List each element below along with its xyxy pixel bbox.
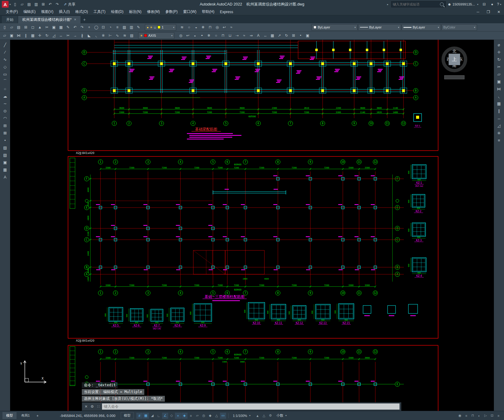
move-to-layer-icon[interactable]: ⇒ bbox=[248, 32, 255, 39]
menu-item[interactable]: Express bbox=[217, 9, 236, 15]
new-icon[interactable]: ▯ bbox=[1, 24, 8, 30]
blend-icon[interactable]: ∿ bbox=[114, 32, 121, 39]
compass-up-face[interactable]: 上 bbox=[449, 54, 460, 65]
color-combo[interactable]: ByLayer ▾ bbox=[312, 24, 358, 31]
join-icon[interactable]: ⊢ bbox=[107, 32, 114, 39]
save-icon[interactable]: ▤ bbox=[26, 1, 32, 7]
offset-icon[interactable]: ∥ bbox=[22, 32, 29, 39]
layer-isolate-icon[interactable]: ◒ bbox=[193, 24, 199, 30]
gradient-icon[interactable]: ▧ bbox=[2, 152, 9, 158]
dimension-style-icon[interactable]: ↔ bbox=[262, 32, 269, 39]
search-expand-icon[interactable]: ▸ bbox=[387, 3, 388, 6]
share-button[interactable]: ⇗ 共享 bbox=[64, 2, 75, 7]
make-object-layer-current-icon[interactable]: ◎ bbox=[214, 24, 221, 30]
plot-icon[interactable]: ⊞ bbox=[40, 1, 47, 7]
zoom-window-icon[interactable]: ⊡ bbox=[100, 24, 107, 30]
update-fields-icon[interactable]: ↻ bbox=[283, 32, 290, 39]
break-icon[interactable]: ∦ bbox=[79, 32, 85, 39]
linetype-combo[interactable]: ByLayer ▾ bbox=[358, 24, 401, 31]
menu-item[interactable]: 文件(F) bbox=[3, 9, 21, 15]
dynamic-input-icon[interactable]: ▭ bbox=[220, 413, 226, 419]
redo-icon[interactable]: ↷ bbox=[79, 24, 85, 30]
line-icon[interactable]: ╱ bbox=[2, 41, 9, 48]
menu-item[interactable]: 插入(I) bbox=[56, 9, 72, 15]
isolate-objects-icon[interactable]: ◐ bbox=[476, 413, 482, 419]
paste-icon[interactable]: ▦ bbox=[58, 24, 64, 30]
explode-icon[interactable]: ※ bbox=[100, 32, 107, 39]
layer-lock-icon[interactable]: ⊓ bbox=[207, 24, 214, 30]
menu-item[interactable]: 参数(P) bbox=[163, 9, 180, 15]
layout1-tab[interactable]: 布局1 bbox=[17, 412, 33, 419]
polygon-icon[interactable]: ◇ bbox=[2, 63, 9, 70]
redo-icon[interactable]: ↷ bbox=[54, 1, 61, 7]
array-icon[interactable]: ▦ bbox=[495, 100, 503, 107]
ellipse-icon[interactable]: ⊙ bbox=[2, 107, 9, 114]
search-input[interactable] bbox=[393, 2, 440, 6]
app-menu-caret-icon[interactable]: ▾ bbox=[9, 3, 11, 6]
layer-freeze-icon[interactable]: ❄ bbox=[206, 32, 212, 39]
tool-palettes-icon[interactable]: ▥ bbox=[128, 24, 135, 30]
help-button[interactable]: ?▾ bbox=[497, 2, 502, 6]
ortho-icon[interactable]: ∟ bbox=[156, 413, 162, 419]
layer-unlock-icon[interactable]: ⊔ bbox=[227, 32, 233, 39]
table-style-icon[interactable]: ▦ bbox=[269, 32, 276, 39]
layer-off-icon[interactable]: ○ bbox=[213, 32, 219, 39]
drawing-canvas[interactable]: DDCCBBAA36003000360036003600230026102200… bbox=[10, 40, 494, 411]
scale-icon[interactable]: ◿ bbox=[51, 32, 57, 39]
design-center-icon[interactable]: ▨ bbox=[121, 24, 128, 30]
menu-item[interactable]: 视图(V) bbox=[38, 9, 56, 15]
make-object-layer-current-icon[interactable]: ◎ bbox=[177, 32, 184, 39]
new-tab-button[interactable]: + bbox=[81, 16, 88, 23]
lock-ui-icon[interactable]: ⊓ bbox=[470, 413, 476, 419]
spline-icon[interactable]: ∼ bbox=[2, 100, 9, 107]
minimize-button[interactable]: ─ bbox=[473, 9, 483, 15]
tab-document[interactable]: 杭州某调度综合楼结构设计图* × bbox=[18, 16, 81, 23]
menu-item[interactable]: 标注(N) bbox=[126, 9, 144, 15]
move-icon[interactable]: ✛ bbox=[36, 32, 43, 39]
layer-match-icon[interactable]: ≈ bbox=[228, 24, 235, 30]
save-as-icon[interactable]: ▥ bbox=[33, 1, 40, 7]
infer-constraints-icon[interactable]: ◢ bbox=[149, 413, 155, 419]
layer-status-combo[interactable]: ● ☀ ⊔ 1 ▾ bbox=[145, 24, 176, 31]
restore-button[interactable]: ❐ bbox=[483, 9, 494, 15]
erase-icon[interactable]: ▱ bbox=[495, 71, 503, 77]
menu-item[interactable]: 格式(O) bbox=[73, 9, 91, 15]
pan-icon[interactable]: + bbox=[86, 24, 93, 30]
trim-icon[interactable]: ✂ bbox=[65, 32, 71, 39]
arc-icon[interactable]: ⌒ bbox=[2, 78, 9, 85]
properties-icon[interactable]: ≡ bbox=[114, 24, 121, 30]
array-icon[interactable]: ▦ bbox=[29, 32, 36, 39]
fillet-icon[interactable]: ◟ bbox=[93, 32, 100, 39]
offset-icon[interactable]: ∥ bbox=[495, 107, 503, 114]
plotstyle-combo[interactable]: ByColor ▾ bbox=[441, 24, 477, 31]
create-block-icon[interactable]: ⊠ bbox=[2, 129, 9, 136]
multileader-style-icon[interactable]: ↗ bbox=[276, 32, 283, 39]
extend-icon[interactable]: → bbox=[72, 32, 78, 39]
3d-object-snap-icon[interactable]: ◆ bbox=[207, 413, 213, 419]
model-space-toggle[interactable]: 模型 bbox=[121, 412, 134, 419]
match-properties-icon[interactable]: ✎ bbox=[65, 24, 71, 30]
markup-icon[interactable]: ✎ bbox=[135, 24, 142, 30]
close-button[interactable]: ✕ bbox=[494, 9, 504, 15]
zoom-previous-icon[interactable]: ◔ bbox=[107, 24, 114, 30]
app-logo-icon[interactable]: A bbox=[2, 1, 9, 8]
app-store-icon[interactable]: ⊟ bbox=[481, 1, 487, 7]
tab-start[interactable]: 开始 bbox=[2, 16, 18, 23]
menu-item[interactable]: 工具(T) bbox=[91, 9, 108, 15]
zoom-realtime-icon[interactable]: ◯ bbox=[93, 24, 100, 30]
publish-icon[interactable]: ▲ bbox=[36, 24, 43, 30]
command-grip-icon[interactable]: ∷ bbox=[96, 404, 101, 409]
annotation-scale-button[interactable]: 1:1/100% ▾ bbox=[231, 413, 254, 418]
insert-block-icon[interactable]: ⊞ bbox=[2, 122, 9, 129]
copy-icon[interactable]: ▣ bbox=[495, 78, 503, 85]
point-style-icon[interactable]: • bbox=[297, 32, 304, 39]
open-icon[interactable]: ▱ bbox=[8, 24, 15, 30]
save-icon[interactable]: ▤ bbox=[15, 24, 22, 30]
customize-icon[interactable]: ≡ bbox=[495, 413, 502, 419]
graphics-performance-icon[interactable]: ▷ bbox=[483, 413, 489, 419]
layer-states-icon[interactable]: ▤ bbox=[128, 32, 135, 39]
search-box[interactable] bbox=[391, 1, 446, 7]
rotate-icon[interactable]: ↻ bbox=[495, 56, 503, 63]
scale-icon[interactable]: ◿ bbox=[495, 122, 503, 129]
move-icon[interactable]: ✛ bbox=[495, 49, 503, 55]
